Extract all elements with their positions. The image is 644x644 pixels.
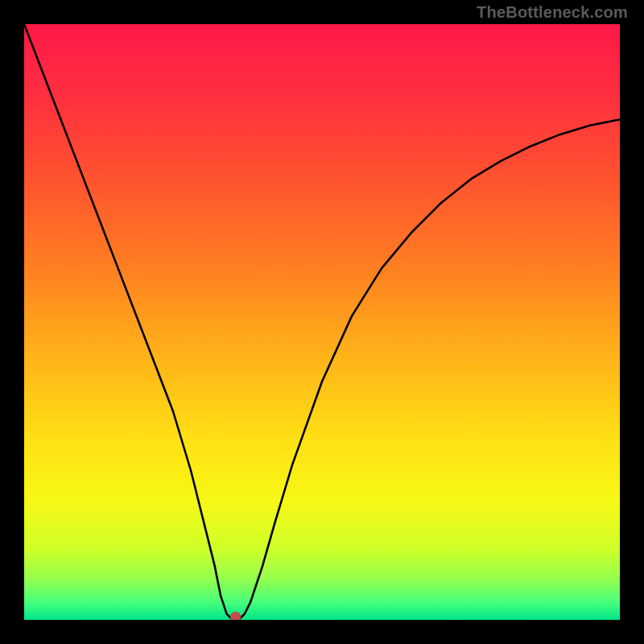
plot-area bbox=[24, 24, 620, 620]
gradient-background bbox=[24, 24, 620, 620]
bottleneck-chart-svg bbox=[24, 24, 620, 620]
chart-frame: TheBottleneck.com bbox=[0, 0, 644, 644]
watermark-text: TheBottleneck.com bbox=[477, 3, 628, 22]
